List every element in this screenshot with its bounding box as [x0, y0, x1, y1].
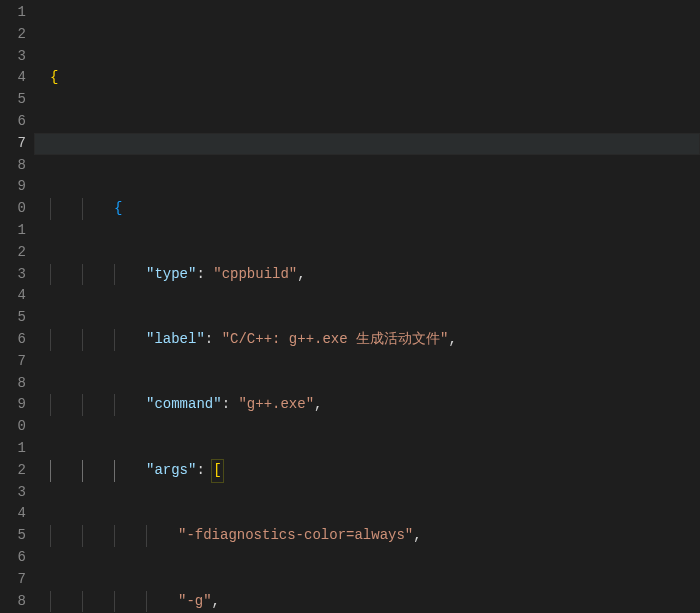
- json-key: "command": [146, 394, 222, 416]
- json-key: "type": [146, 264, 196, 286]
- line-number: 6: [0, 547, 26, 569]
- line-number: 8: [0, 373, 26, 395]
- line-number: 3: [0, 482, 26, 504]
- line-number: 6: [0, 329, 26, 351]
- json-key: "label": [146, 329, 205, 351]
- line-number: 3: [0, 46, 26, 68]
- line-number: 0: [0, 198, 26, 220]
- line-number: 3: [0, 264, 26, 286]
- line-number: 2: [0, 460, 26, 482]
- line-number: 8: [0, 155, 26, 177]
- line-number: 1: [0, 438, 26, 460]
- line-number: 5: [0, 307, 26, 329]
- line-number: 9: [0, 176, 26, 198]
- line-number: 8: [0, 591, 26, 613]
- code-editor[interactable]: 1 2 3 4 5 6 7 8 9 0 1 2 3 4 5 6 7 8 9 0 …: [0, 0, 700, 613]
- code-content[interactable]: { "tasks": [ { "type": "cppbuild", "labe…: [34, 0, 700, 613]
- active-line-highlight: [34, 133, 700, 155]
- line-number: 6: [0, 111, 26, 133]
- json-string: "C/C++: g++.exe 生成活动文件": [222, 329, 449, 351]
- line-number: 2: [0, 242, 26, 264]
- line-number: 4: [0, 503, 26, 525]
- line-number: 0: [0, 416, 26, 438]
- line-number: 5: [0, 525, 26, 547]
- line-number: 1: [0, 220, 26, 242]
- line-number: 4: [0, 285, 26, 307]
- json-string: "-g": [178, 591, 212, 613]
- json-key: "args": [146, 460, 196, 482]
- line-number: 7: [0, 569, 26, 591]
- line-number: 1: [0, 2, 26, 24]
- line-number: 9: [0, 394, 26, 416]
- json-string: "-fdiagnostics-color=always": [178, 525, 413, 547]
- line-number: 7: [0, 133, 26, 155]
- json-string: "cppbuild": [213, 264, 297, 286]
- line-number: 7: [0, 351, 26, 373]
- json-string: "g++.exe": [238, 394, 314, 416]
- line-number: 2: [0, 24, 26, 46]
- line-number: 5: [0, 89, 26, 111]
- line-number: 4: [0, 67, 26, 89]
- line-number-gutter: 1 2 3 4 5 6 7 8 9 0 1 2 3 4 5 6 7 8 9 0 …: [0, 0, 34, 613]
